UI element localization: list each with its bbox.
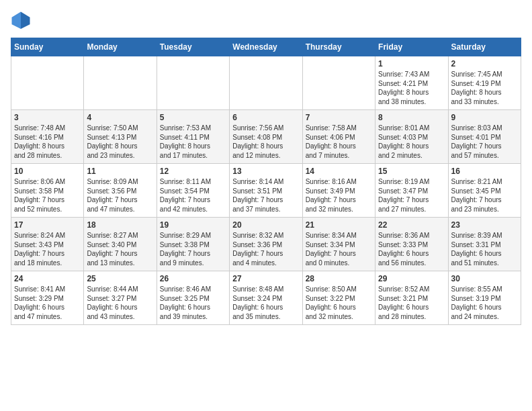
header-cell-sunday: Sunday: [11, 38, 84, 56]
calendar-week-row: 1Sunrise: 7:43 AM Sunset: 4:21 PM Daylig…: [11, 56, 521, 110]
day-info: Sunrise: 7:58 AM Sunset: 4:06 PM Dayligh…: [306, 124, 372, 160]
calendar-cell: 28Sunrise: 8:50 AM Sunset: 3:22 PM Dayli…: [302, 271, 375, 325]
day-number: 9: [451, 113, 518, 122]
calendar-cell: 24Sunrise: 8:41 AM Sunset: 3:29 PM Dayli…: [11, 271, 84, 325]
day-info: Sunrise: 8:09 AM Sunset: 3:56 PM Dayligh…: [87, 177, 153, 214]
calendar-cell: 4Sunrise: 7:50 AM Sunset: 4:13 PM Daylig…: [84, 110, 157, 164]
calendar-cell: 19Sunrise: 8:29 AM Sunset: 3:38 PM Dayli…: [157, 218, 229, 271]
calendar-week-row: 10Sunrise: 8:06 AM Sunset: 3:58 PM Dayli…: [11, 164, 521, 218]
day-number: 7: [306, 113, 372, 122]
header-cell-tuesday: Tuesday: [157, 38, 229, 56]
day-number: 15: [378, 167, 445, 176]
day-number: 28: [306, 274, 372, 283]
day-number: 13: [232, 167, 299, 176]
calendar-cell: 5Sunrise: 7:53 AM Sunset: 4:11 PM Daylig…: [157, 110, 229, 164]
day-info: Sunrise: 8:41 AM Sunset: 3:29 PM Dayligh…: [14, 285, 81, 321]
day-number: 24: [14, 274, 81, 283]
header-cell-saturday: Saturday: [448, 38, 521, 56]
day-number: 8: [378, 113, 445, 122]
day-number: 3: [14, 113, 81, 122]
calendar-cell: 14Sunrise: 8:16 AM Sunset: 3:49 PM Dayli…: [302, 164, 375, 218]
day-number: 25: [87, 274, 153, 283]
day-number: 5: [160, 113, 226, 122]
calendar-cell: [230, 56, 302, 110]
day-number: 6: [232, 113, 299, 122]
day-number: 26: [160, 274, 226, 283]
day-info: Sunrise: 8:29 AM Sunset: 3:38 PM Dayligh…: [160, 231, 226, 267]
calendar-cell: [11, 56, 84, 110]
calendar-cell: 15Sunrise: 8:19 AM Sunset: 3:47 PM Dayli…: [375, 164, 448, 218]
day-number: 2: [451, 59, 518, 68]
calendar-cell: 22Sunrise: 8:36 AM Sunset: 3:33 PM Dayli…: [375, 218, 448, 271]
day-number: 19: [160, 220, 226, 230]
day-info: Sunrise: 8:48 AM Sunset: 3:24 PM Dayligh…: [232, 285, 299, 321]
calendar-cell: 25Sunrise: 8:44 AM Sunset: 3:27 PM Dayli…: [84, 271, 157, 325]
calendar-table: SundayMondayTuesdayWednesdayThursdayFrid…: [11, 38, 521, 325]
day-info: Sunrise: 8:55 AM Sunset: 3:19 PM Dayligh…: [451, 285, 518, 321]
calendar-cell: 8Sunrise: 8:01 AM Sunset: 4:03 PM Daylig…: [375, 110, 448, 164]
header-cell-thursday: Thursday: [302, 38, 375, 56]
calendar-cell: 18Sunrise: 8:27 AM Sunset: 3:40 PM Dayli…: [84, 218, 157, 271]
day-info: Sunrise: 8:03 AM Sunset: 4:01 PM Dayligh…: [451, 124, 518, 160]
svg-marker-2: [12, 12, 21, 30]
day-info: Sunrise: 7:48 AM Sunset: 4:16 PM Dayligh…: [14, 124, 81, 160]
day-info: Sunrise: 8:34 AM Sunset: 3:34 PM Dayligh…: [306, 231, 372, 267]
day-number: 29: [378, 274, 445, 283]
day-info: Sunrise: 8:16 AM Sunset: 3:49 PM Dayligh…: [306, 177, 372, 214]
calendar-cell: 17Sunrise: 8:24 AM Sunset: 3:43 PM Dayli…: [11, 218, 84, 271]
day-info: Sunrise: 8:11 AM Sunset: 3:54 PM Dayligh…: [160, 177, 226, 214]
calendar-cell: 6Sunrise: 7:56 AM Sunset: 4:08 PM Daylig…: [230, 110, 302, 164]
calendar-cell: 12Sunrise: 8:11 AM Sunset: 3:54 PM Dayli…: [157, 164, 229, 218]
calendar-cell: 21Sunrise: 8:34 AM Sunset: 3:34 PM Dayli…: [302, 218, 375, 271]
day-number: 18: [87, 220, 153, 230]
day-number: 22: [378, 220, 445, 230]
calendar-cell: [302, 56, 375, 110]
header-row: SundayMondayTuesdayWednesdayThursdayFrid…: [11, 38, 521, 56]
calendar-cell: 9Sunrise: 8:03 AM Sunset: 4:01 PM Daylig…: [448, 110, 521, 164]
calendar-week-row: 3Sunrise: 7:48 AM Sunset: 4:16 PM Daylig…: [11, 110, 521, 164]
calendar-cell: 26Sunrise: 8:46 AM Sunset: 3:25 PM Dayli…: [157, 271, 229, 325]
day-info: Sunrise: 8:14 AM Sunset: 3:51 PM Dayligh…: [232, 177, 299, 214]
logo-icon: [11, 11, 31, 31]
day-info: Sunrise: 7:53 AM Sunset: 4:11 PM Dayligh…: [160, 124, 226, 160]
day-info: Sunrise: 8:01 AM Sunset: 4:03 PM Dayligh…: [378, 124, 445, 160]
calendar-cell: 10Sunrise: 8:06 AM Sunset: 3:58 PM Dayli…: [11, 164, 84, 218]
calendar-cell: 13Sunrise: 8:14 AM Sunset: 3:51 PM Dayli…: [230, 164, 302, 218]
day-info: Sunrise: 8:52 AM Sunset: 3:21 PM Dayligh…: [378, 285, 445, 321]
day-info: Sunrise: 8:21 AM Sunset: 3:45 PM Dayligh…: [451, 177, 518, 214]
day-info: Sunrise: 7:43 AM Sunset: 4:21 PM Dayligh…: [378, 70, 445, 106]
day-number: 21: [306, 220, 372, 230]
calendar-cell: 23Sunrise: 8:39 AM Sunset: 3:31 PM Dayli…: [448, 218, 521, 271]
calendar-cell: [84, 56, 157, 110]
day-number: 20: [232, 220, 299, 230]
day-number: 4: [87, 113, 153, 122]
calendar-cell: 7Sunrise: 7:58 AM Sunset: 4:06 PM Daylig…: [302, 110, 375, 164]
day-info: Sunrise: 8:50 AM Sunset: 3:22 PM Dayligh…: [306, 285, 372, 321]
calendar-week-row: 17Sunrise: 8:24 AM Sunset: 3:43 PM Dayli…: [11, 218, 521, 271]
day-info: Sunrise: 7:50 AM Sunset: 4:13 PM Dayligh…: [87, 124, 153, 160]
day-number: 30: [451, 274, 518, 283]
day-info: Sunrise: 7:56 AM Sunset: 4:08 PM Dayligh…: [232, 124, 299, 160]
day-number: 12: [160, 167, 226, 176]
header-cell-monday: Monday: [84, 38, 157, 56]
day-number: 16: [451, 167, 518, 176]
calendar-cell: [157, 56, 229, 110]
calendar-header: SundayMondayTuesdayWednesdayThursdayFrid…: [11, 38, 521, 56]
day-info: Sunrise: 8:36 AM Sunset: 3:33 PM Dayligh…: [378, 231, 445, 267]
day-info: Sunrise: 8:06 AM Sunset: 3:58 PM Dayligh…: [14, 177, 81, 214]
day-number: 1: [378, 59, 445, 68]
calendar-cell: 2Sunrise: 7:45 AM Sunset: 4:19 PM Daylig…: [448, 56, 521, 110]
header: [11, 11, 521, 31]
calendar-week-row: 24Sunrise: 8:41 AM Sunset: 3:29 PM Dayli…: [11, 271, 521, 325]
day-info: Sunrise: 8:24 AM Sunset: 3:43 PM Dayligh…: [14, 231, 81, 267]
calendar-body: 1Sunrise: 7:43 AM Sunset: 4:21 PM Daylig…: [11, 56, 521, 325]
day-info: Sunrise: 7:45 AM Sunset: 4:19 PM Dayligh…: [451, 70, 518, 106]
calendar-cell: 3Sunrise: 7:48 AM Sunset: 4:16 PM Daylig…: [11, 110, 84, 164]
day-info: Sunrise: 8:44 AM Sunset: 3:27 PM Dayligh…: [87, 285, 153, 321]
svg-marker-1: [21, 12, 30, 30]
day-number: 27: [232, 274, 299, 283]
day-info: Sunrise: 8:19 AM Sunset: 3:47 PM Dayligh…: [378, 177, 445, 214]
day-number: 10: [14, 167, 81, 176]
calendar-cell: 1Sunrise: 7:43 AM Sunset: 4:21 PM Daylig…: [375, 56, 448, 110]
day-number: 14: [306, 167, 372, 176]
